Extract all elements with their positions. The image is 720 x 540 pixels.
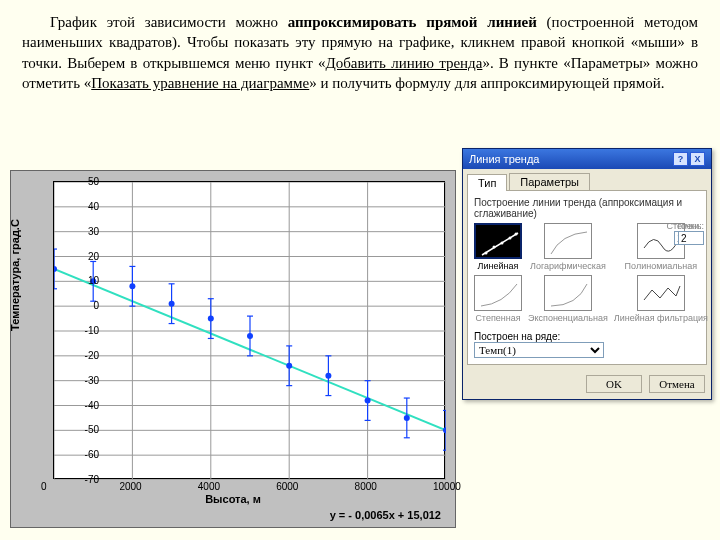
x-tick: 10000 [433, 481, 461, 492]
y-tick: -20 [59, 349, 99, 360]
dialog-titlebar[interactable]: Линия тренда ? X [463, 149, 711, 169]
trendline-equation: y = - 0,0065x + 15,012 [330, 509, 441, 521]
y-tick: -30 [59, 374, 99, 385]
y-axis-label: Температура, град.С [9, 219, 21, 331]
svg-point-54 [365, 398, 371, 404]
x-tick: 6000 [276, 481, 298, 492]
svg-point-68 [515, 233, 518, 236]
points-input[interactable] [678, 231, 704, 245]
svg-point-42 [247, 333, 253, 339]
x-axis-label: Высота, м [11, 493, 455, 505]
svg-point-50 [325, 373, 331, 379]
svg-point-58 [404, 415, 410, 421]
y-tick: -70 [59, 474, 99, 485]
x-tick: 0 [41, 481, 47, 492]
y-tick: 0 [59, 300, 99, 311]
dialog-panel: Построение линии тренда (аппроксимация и… [467, 190, 707, 365]
x-tick: 8000 [355, 481, 377, 492]
tab-params[interactable]: Параметры [509, 173, 590, 190]
x-tick: 2000 [119, 481, 141, 492]
svg-point-64 [485, 252, 488, 255]
p-u1: Добавить линию тренда [325, 55, 482, 71]
p-u2: Показать уравнение на диаграмме [91, 75, 309, 91]
tab-type[interactable]: Тип [467, 174, 507, 191]
svg-point-34 [169, 301, 175, 307]
trend-type-power[interactable]: Степенная [474, 275, 522, 323]
chart-container: Температура, град.С Высота, м y = - 0,00… [10, 170, 456, 528]
svg-point-67 [509, 237, 512, 240]
data-points[interactable] [54, 249, 446, 450]
x-tick: 4000 [198, 481, 220, 492]
trend-type-grid: Линейная Логарифмическая Полиномиальная … [474, 223, 700, 323]
points-label: Точки: [676, 221, 702, 231]
y-tick: -40 [59, 399, 99, 410]
p-t1: График этой зависимости можно [50, 14, 288, 30]
y-tick: -50 [59, 424, 99, 435]
help-button[interactable]: ? [673, 152, 688, 166]
y-tick: 50 [59, 176, 99, 187]
close-button[interactable]: X [690, 152, 705, 166]
trend-type-linear[interactable]: Линейная [474, 223, 522, 271]
y-tick: 10 [59, 275, 99, 286]
trendline-dialog[interactable]: Линия тренда ? X Тип Параметры Построени… [462, 148, 712, 400]
svg-point-38 [208, 316, 214, 322]
p-b1: аппроксимировать прямой линией [288, 14, 537, 30]
chart-svg [54, 182, 446, 480]
group-title: Построение линии тренда (аппроксимация и… [474, 197, 700, 219]
y-tick: 30 [59, 225, 99, 236]
y-tick: 20 [59, 250, 99, 261]
chart-plot-area[interactable] [53, 181, 445, 479]
paragraph: График этой зависимости можно аппроксими… [0, 0, 720, 101]
svg-point-46 [286, 363, 292, 369]
y-tick: 40 [59, 200, 99, 211]
svg-point-65 [493, 246, 496, 249]
svg-line-63 [482, 233, 518, 255]
dialog-tabs: Тип Параметры [463, 169, 711, 190]
y-tick: -60 [59, 449, 99, 460]
svg-point-30 [129, 283, 135, 289]
dialog-title: Линия тренда [469, 153, 539, 165]
svg-point-66 [501, 242, 504, 245]
p-t4: » и получить формулу для аппроксимирующе… [309, 75, 664, 91]
y-tick: -10 [59, 325, 99, 336]
